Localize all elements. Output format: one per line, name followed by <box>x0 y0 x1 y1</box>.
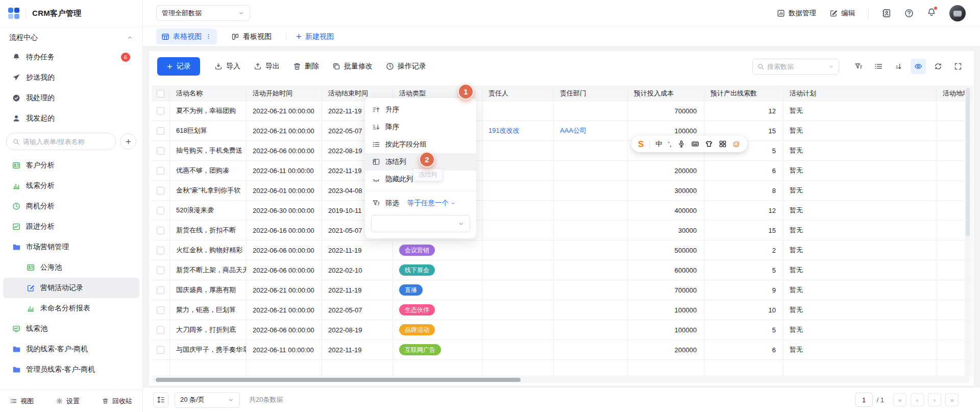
sidebar-search-input[interactable] <box>23 138 94 146</box>
table-row[interactable]: 火红金秋，购物好精彩2022-06-06 00:00:002022-11-19会… <box>152 240 972 260</box>
sidebar-footer-2[interactable]: 回收站 <box>102 397 132 406</box>
sidebar-search-box[interactable] <box>6 133 116 150</box>
next-page-button[interactable]: › <box>928 393 941 406</box>
table-row[interactable]: 新货不断上架，商品天天2022-06-06 00:00:002022-02-10… <box>152 260 972 280</box>
visibility-button[interactable] <box>911 59 926 74</box>
sidebar-menu-item-9[interactable]: 我的线索-客户-商机 <box>3 339 139 359</box>
operation-log-button[interactable]: 操作记录 <box>386 62 426 71</box>
prev-page-button[interactable]: ‹ <box>911 393 924 406</box>
export-button[interactable]: 导出 <box>254 62 280 71</box>
table-row[interactable]: 520浪漫来袭2022-06-30 00:00:002019-10-114000… <box>152 201 972 221</box>
skin-icon[interactable] <box>705 140 713 148</box>
row-checkbox[interactable] <box>157 127 164 135</box>
scrollbar-thumb[interactable] <box>966 88 970 236</box>
row-checkbox[interactable] <box>157 207 164 214</box>
scrollbar-thumb[interactable] <box>156 378 521 382</box>
row-checkbox[interactable] <box>157 346 164 354</box>
select-all-checkbox[interactable] <box>157 90 164 98</box>
row-height-button[interactable] <box>153 392 168 407</box>
microphone-icon[interactable] <box>677 140 685 148</box>
table-row[interactable]: 金秋"豪"礼拿到你手软2022-06-01 00:00:002023-04-08… <box>152 181 972 201</box>
first-page-button[interactable]: « <box>893 393 906 406</box>
add-record-button[interactable]: 记录 <box>157 57 200 76</box>
data-manage-button[interactable]: 数据管理 <box>777 9 816 18</box>
table-row[interactable]: 聚力，钜惠，巨划算2022-06-21 00:00:002022-05-07生态… <box>152 300 972 320</box>
menu-item-group-by[interactable]: 按此字段分组 <box>365 136 476 153</box>
sidebar-menu-item-5[interactable]: 公海池 <box>3 257 139 278</box>
column-header-6[interactable]: 预计投入成本 <box>628 86 704 101</box>
row-checkbox[interactable] <box>157 286 164 294</box>
sidebar-section-process-center[interactable]: 流程中心 <box>0 28 142 47</box>
department-link[interactable]: AAA公司 <box>560 126 586 135</box>
row-checkbox[interactable] <box>157 107 164 115</box>
fullscreen-button[interactable] <box>950 59 966 74</box>
row-checkbox[interactable] <box>157 266 164 274</box>
refresh-button[interactable] <box>930 59 946 74</box>
sidebar-menu-item-0[interactable]: 客户分析 <box>3 155 139 176</box>
sidebar-menu-item-2[interactable]: 商机分析 <box>3 196 139 216</box>
column-header-5[interactable]: 责任部门 <box>554 86 628 101</box>
vertical-scrollbar[interactable] <box>965 86 971 377</box>
batch-edit-button[interactable]: 批量修改 <box>332 62 373 71</box>
help-icon[interactable] <box>904 9 914 18</box>
filter-operator-select[interactable]: 等于任意一个 <box>407 199 456 208</box>
ime-menu-icon[interactable] <box>719 140 727 148</box>
sidebar-footer-1[interactable]: 设置 <box>56 397 80 406</box>
owner-link[interactable]: 191改改改 <box>488 126 520 135</box>
sidebar-footer-0[interactable]: 视图 <box>10 397 34 406</box>
row-checkbox[interactable] <box>157 147 164 155</box>
field-config-button[interactable] <box>871 59 886 74</box>
filter-button[interactable] <box>851 59 866 74</box>
sidebar-item-1[interactable]: 抄送我的 <box>3 67 139 88</box>
row-checkbox[interactable] <box>157 306 164 314</box>
horizontal-scrollbar[interactable] <box>152 377 970 383</box>
table-search-box[interactable] <box>752 59 839 75</box>
table-search-input[interactable] <box>767 63 818 70</box>
ime-language-toggle[interactable]: 中 <box>655 139 663 149</box>
contacts-icon[interactable] <box>882 9 891 18</box>
sidebar-item-3[interactable]: 我发起的 <box>3 108 139 129</box>
table-row[interactable]: 与国庆甲子，携手奏华章2022-06-11 00:00:002022-11-19… <box>152 340 972 360</box>
row-checkbox[interactable] <box>157 167 164 175</box>
tab-table-view[interactable]: 表格视图 <box>156 29 217 44</box>
column-header-1[interactable]: 活动开始时间 <box>247 86 322 101</box>
delete-button[interactable]: 删除 <box>293 62 319 71</box>
table-row[interactable]: 618巨划算2022-06-21 00:00:002022-05-07191改改… <box>152 121 972 141</box>
sidebar-menu-item-4[interactable]: 市场营销管理 <box>3 237 139 257</box>
sidebar-add-button[interactable] <box>120 133 136 150</box>
sidebar-menu-item-1[interactable]: 线索分析 <box>3 176 139 196</box>
column-header-4[interactable]: 责任人 <box>482 86 554 101</box>
keyboard-icon[interactable] <box>691 140 699 148</box>
menu-item-sort-desc[interactable]: 降序 <box>365 118 476 136</box>
column-header-8[interactable]: 活动计划 <box>783 86 937 101</box>
sidebar-item-0[interactable]: 待办任务 6 <box>3 47 139 67</box>
filter-value-select[interactable] <box>371 215 470 232</box>
row-checkbox[interactable] <box>157 247 164 254</box>
sogou-logo-icon[interactable]: S <box>638 140 644 149</box>
table-row[interactable]: 抽号购买，手机免费送2022-06-06 00:00:002022-08-195… <box>152 141 972 161</box>
column-header-7[interactable]: 预计产出线索数 <box>704 86 783 101</box>
column-header-0[interactable]: 活动名称 <box>170 86 247 101</box>
user-avatar[interactable] <box>949 5 966 21</box>
sidebar-menu-item-6[interactable]: 营销活动记录 <box>3 278 139 298</box>
table-row[interactable]: 大刀阔斧，打折到底2022-06-06 00:00:002022-08-19品牌… <box>152 320 972 340</box>
table-row[interactable]: 国庆盛典，厚惠有期2022-06-21 00:00:002022-11-19直播… <box>152 280 972 300</box>
new-view-button[interactable]: 新建视图 <box>296 32 334 41</box>
last-page-button[interactable]: » <box>945 393 959 406</box>
sidebar-menu-item-3[interactable]: 跟进分析 <box>3 216 139 237</box>
tab-kanban-view[interactable]: 看板视图 <box>226 29 277 44</box>
data-scope-select[interactable]: 管理全部数据 <box>156 5 250 21</box>
row-checkbox[interactable] <box>157 326 164 334</box>
menu-item-sort-asc[interactable]: 升序 <box>365 101 476 118</box>
ime-assistant-icon[interactable] <box>732 140 741 148</box>
sidebar-item-2[interactable]: 我处理的 <box>3 88 139 108</box>
row-checkbox[interactable] <box>157 187 164 195</box>
page-number-input[interactable] <box>855 393 873 407</box>
sort-button[interactable]: 1 <box>891 59 906 74</box>
import-button[interactable]: 导入 <box>214 62 240 71</box>
sidebar-menu-item-8[interactable]: 线索池 <box>3 319 139 339</box>
row-checkbox[interactable] <box>157 227 164 234</box>
notifications-button[interactable] <box>927 8 936 19</box>
sidebar-menu-item-7[interactable]: 未命名分析报表 <box>3 298 139 319</box>
edit-button[interactable]: 编辑 <box>829 9 855 18</box>
